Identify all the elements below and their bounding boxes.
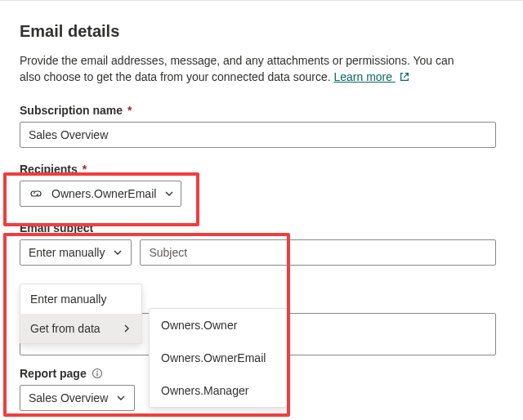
external-link-icon: [399, 71, 410, 83]
report-page-dropdown[interactable]: Sales Overview: [20, 385, 135, 411]
learn-more-link[interactable]: Learn more: [333, 70, 395, 83]
email-subject-input[interactable]: Subject: [140, 239, 496, 266]
chevron-down-icon: [116, 393, 126, 403]
recipients-chip[interactable]: Owners.OwnerEmail: [20, 181, 181, 207]
svg-point-1: [96, 371, 98, 373]
menu-item-get-from-data[interactable]: Get from data: [20, 314, 141, 343]
menu-item-label: Get from data: [30, 322, 101, 335]
report-page-field: Report page Sales Overview: [20, 367, 135, 411]
link-icon: [29, 188, 43, 199]
recipients-value: Owners.OwnerEmail: [51, 187, 156, 200]
subscription-name-input[interactable]: Sales Overview: [20, 122, 496, 148]
submenu-item-owners-owneremail[interactable]: Owners.OwnerEmail: [150, 342, 287, 374]
submenu-item-label: Owners.Owner: [161, 319, 237, 332]
recipients-field: Recipients * Owners.OwnerEmail: [20, 163, 503, 207]
subscription-name-label-text: Subscription name: [20, 104, 123, 117]
page-description: Provide the email addresses, message, an…: [20, 52, 477, 86]
report-page-label: Report page: [20, 367, 135, 380]
chevron-right-icon: [122, 324, 132, 333]
menu-item-label: Enter manually: [30, 293, 106, 306]
email-subject-mode-menu: Enter manually Get from data: [20, 284, 142, 344]
required-asterisk: *: [83, 163, 87, 176]
chevron-down-icon: [164, 189, 174, 199]
get-from-data-submenu: Owners.Owner Owners.OwnerEmail Owners.Ma…: [149, 308, 288, 408]
email-subject-field: Email subject Enter manually Subject: [20, 221, 503, 266]
email-subject-label-text: Email subject: [20, 221, 93, 235]
page-title: Email details: [20, 22, 503, 41]
submenu-item-label: Owners.OwnerEmail: [161, 351, 266, 364]
info-icon[interactable]: [92, 368, 103, 379]
subscription-name-label: Subscription name *: [20, 104, 503, 117]
menu-item-enter-manually[interactable]: Enter manually: [20, 284, 141, 314]
email-subject-placeholder: Subject: [149, 246, 187, 259]
email-subject-mode-value: Enter manually: [29, 246, 105, 259]
recipients-label: Recipients *: [20, 163, 503, 176]
recipients-label-text: Recipients: [20, 163, 78, 176]
submenu-item-owners-manager[interactable]: Owners.Manager: [150, 374, 287, 407]
subscription-name-field: Subscription name * Sales Overview: [20, 104, 503, 148]
report-page-label-text: Report page: [20, 367, 87, 380]
submenu-item-owners-owner[interactable]: Owners.Owner: [150, 309, 287, 342]
svg-rect-2: [96, 373, 97, 376]
email-subject-label: Email subject: [20, 221, 503, 235]
chevron-down-icon: [113, 248, 123, 257]
report-page-value: Sales Overview: [29, 391, 108, 404]
learn-more-label: Learn more: [333, 70, 392, 83]
subscription-name-value: Sales Overview: [29, 128, 108, 141]
submenu-item-label: Owners.Manager: [161, 384, 248, 397]
required-asterisk: *: [127, 104, 132, 117]
email-subject-mode-dropdown[interactable]: Enter manually: [20, 239, 132, 266]
